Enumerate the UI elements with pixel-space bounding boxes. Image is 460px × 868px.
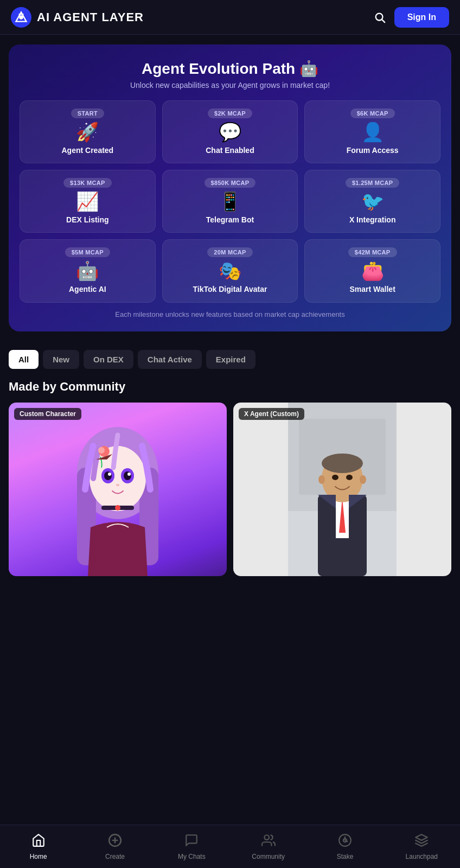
milestone-badge: START xyxy=(71,108,104,118)
evolution-title: Agent Evolution Path 🤖 xyxy=(20,60,440,78)
community-section: Made by Community xyxy=(0,374,460,394)
milestone-label: Agentic AI xyxy=(69,284,106,294)
sec-person-image xyxy=(233,403,451,576)
milestone-card: $1.25M MCAP 🐦 X Integration xyxy=(304,170,440,233)
milestone-emoji: 👤 xyxy=(361,123,384,141)
nav-item-create[interactable]: Create xyxy=(76,833,153,860)
evolution-subtitle: Unlock new capabilities as your Agent gr… xyxy=(20,81,440,90)
milestone-card: $42M MCAP 👛 Smart Wallet xyxy=(304,239,440,302)
milestone-card: $5M MCAP 🤖 Agentic AI xyxy=(20,239,156,302)
create-icon xyxy=(108,833,122,851)
milestone-badge: $5M MCAP xyxy=(65,247,110,257)
milestone-card: $13K MCAP 📈 DEX Listing xyxy=(20,170,156,233)
svg-point-35 xyxy=(264,835,269,840)
my-chats-icon xyxy=(184,833,199,851)
svg-point-13 xyxy=(127,473,131,476)
milestone-emoji: 🎭 xyxy=(219,261,241,280)
agent-card[interactable]: Custom Character xyxy=(9,403,227,576)
milestone-grid: START 🚀 Agent Created $2K MCAP 💬 Chat En… xyxy=(20,100,440,303)
milestone-badge: 20M MCAP xyxy=(207,247,252,257)
svg-point-27 xyxy=(322,454,363,473)
milestone-emoji: 📱 xyxy=(219,192,241,210)
filter-tab-new[interactable]: New xyxy=(43,350,79,369)
svg-point-28 xyxy=(332,475,338,480)
svg-point-18 xyxy=(115,505,120,510)
my-chats-label: My Chats xyxy=(178,853,206,860)
sign-in-button[interactable]: Sign In xyxy=(394,7,449,28)
nav-item-my-chats[interactable]: My Chats xyxy=(154,833,230,860)
create-label: Create xyxy=(105,853,125,860)
milestone-label: Agent Created xyxy=(61,145,113,155)
milestone-card: $850K MCAP 📱 Telegram Bot xyxy=(162,170,298,233)
home-icon xyxy=(31,833,46,851)
agents-grid: Custom Character xyxy=(0,403,460,576)
milestone-badge: $42M MCAP xyxy=(348,247,397,257)
launchpad-label: Launchpad xyxy=(406,853,438,860)
milestone-card: 20M MCAP 🎭 TikTok Digital Avatar xyxy=(162,239,298,302)
stake-icon xyxy=(338,833,352,851)
milestone-label: X Integration xyxy=(349,215,396,225)
svg-point-30 xyxy=(318,475,325,484)
filter-tab-expired[interactable]: Expired xyxy=(206,350,255,369)
svg-point-10 xyxy=(104,471,112,480)
milestone-label: DEX Listing xyxy=(66,215,109,225)
milestone-label: TikTok Digital Avatar xyxy=(193,284,267,294)
svg-point-14 xyxy=(116,484,119,486)
milestone-badge: $1.25M MCAP xyxy=(346,178,399,188)
nav-item-launchpad[interactable]: Launchpad xyxy=(384,833,460,860)
community-title: Made by Community xyxy=(9,380,451,394)
milestone-badge: $2K MCAP xyxy=(208,108,252,118)
svg-point-11 xyxy=(124,471,131,480)
milestone-emoji: 📈 xyxy=(76,192,99,210)
milestone-label: Chat Enabled xyxy=(206,145,254,155)
milestone-label: Smart Wallet xyxy=(350,284,395,294)
home-label: Home xyxy=(30,853,47,860)
nav-item-home[interactable]: Home xyxy=(0,833,76,860)
milestone-label: Telegram Bot xyxy=(206,215,254,225)
anime-character-image xyxy=(9,403,227,576)
logo-icon xyxy=(11,7,31,28)
milestone-label: Forum Access xyxy=(347,145,399,155)
milestone-emoji: 💬 xyxy=(219,123,241,141)
milestone-card: $2K MCAP 💬 Chat Enabled xyxy=(162,100,298,163)
svg-point-31 xyxy=(360,475,366,484)
milestone-badge: $850K MCAP xyxy=(205,178,256,188)
svg-point-29 xyxy=(346,475,353,480)
community-label: Community xyxy=(252,853,285,860)
milestone-emoji: 🤖 xyxy=(76,261,99,280)
milestone-card: $6K MCAP 👤 Forum Access xyxy=(304,100,440,163)
header-actions: Sign In xyxy=(374,7,449,28)
filter-tab-all[interactable]: All xyxy=(9,350,39,369)
agent-badge: X Agent (Custom) xyxy=(239,408,304,420)
filter-tab-on-dex[interactable]: On DEX xyxy=(84,350,133,369)
evolution-header: Agent Evolution Path 🤖 Unlock new capabi… xyxy=(20,60,440,90)
svg-point-16 xyxy=(98,447,105,454)
filter-tabs: AllNewOn DEXChat ActiveExpired xyxy=(0,341,460,374)
filter-tab-chat-active[interactable]: Chat Active xyxy=(138,350,202,369)
community-icon xyxy=(261,833,276,851)
svg-point-1 xyxy=(19,15,23,20)
site-title: AI AGENT LAYER xyxy=(37,10,144,24)
milestone-emoji: 👛 xyxy=(361,261,384,280)
nav-item-community[interactable]: Community xyxy=(230,833,306,860)
agent-badge: Custom Character xyxy=(14,408,81,420)
header: AI AGENT LAYER Sign In xyxy=(0,0,460,35)
search-button[interactable] xyxy=(374,11,386,23)
svg-line-3 xyxy=(382,20,385,22)
svg-point-12 xyxy=(108,473,111,476)
milestone-card: START 🚀 Agent Created xyxy=(20,100,156,163)
milestone-emoji: 🐦 xyxy=(361,192,384,210)
logo-area: AI AGENT LAYER xyxy=(11,7,144,28)
agent-card[interactable]: X Agent (Custom) xyxy=(233,403,451,576)
milestone-badge: $6K MCAP xyxy=(350,108,395,118)
stake-label: Stake xyxy=(337,853,354,860)
evolution-footer: Each milestone unlocks new features base… xyxy=(20,310,440,318)
launchpad-icon xyxy=(414,833,429,851)
evolution-section: Agent Evolution Path 🤖 Unlock new capabi… xyxy=(9,44,451,331)
milestone-emoji: 🚀 xyxy=(76,123,99,141)
nav-item-stake[interactable]: Stake xyxy=(306,833,383,860)
milestone-badge: $13K MCAP xyxy=(63,178,111,188)
bottom-nav: Home Create My Chats Community Stake Lau… xyxy=(0,825,460,868)
